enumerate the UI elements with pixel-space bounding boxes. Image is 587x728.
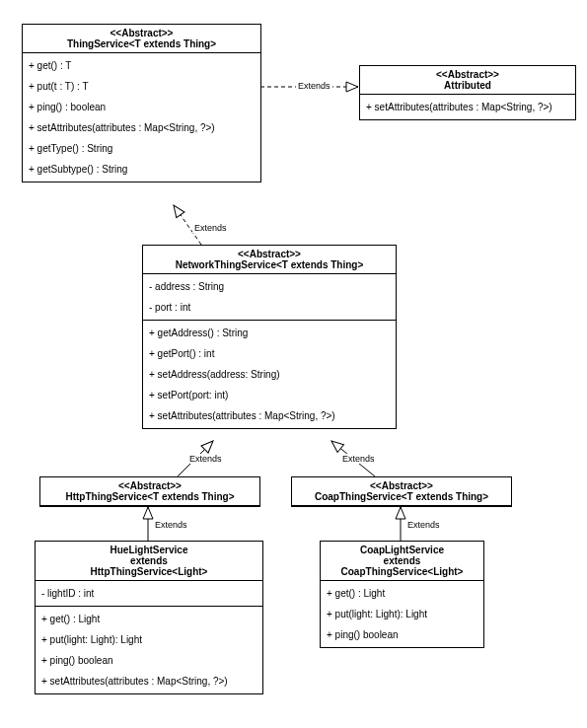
class-hue-light-service: HueLightServiceextendsHttpThingService<L… (35, 541, 263, 694)
stereotype: <<Abstract>> (118, 480, 182, 491)
attribute: - port : int (143, 297, 396, 318)
method: + put(light: Light): Light (321, 604, 483, 624)
super-class: CoapThingService<Light> (341, 566, 464, 577)
method: + setAttributes(attributes : Map<String,… (36, 671, 262, 692)
class-http-thing-service: <<Abstract>>HttpThingService<T extends T… (39, 476, 260, 507)
extends-label: Extends (153, 520, 189, 530)
method: + getAddress() : String (143, 323, 396, 343)
extends-label: Extends (187, 454, 224, 464)
method: + ping() : boolean (23, 97, 260, 117)
class-title: CoapLightService (360, 545, 444, 555)
method: + setAddress(address: String) (143, 364, 396, 385)
method: + get() : Light (321, 583, 483, 604)
stereotype: <<Abstract>> (370, 480, 433, 491)
class-coap-thing-service: <<Abstract>>CoapThingService<T extends T… (291, 476, 512, 507)
class-title: ThingService<T extends Thing> (67, 38, 216, 49)
class-title: CoapThingService<T extends Thing> (315, 491, 488, 502)
class-network-thing-service: <<Abstract>>NetworkThingService<T extend… (142, 245, 397, 429)
method: + put(t : T) : T (23, 76, 260, 97)
method: + setAttributes(attributes : Map<String,… (143, 405, 396, 426)
method: + get() : Light (36, 609, 262, 629)
method: + getPort() : int (143, 343, 396, 364)
method: + setAttributes(attributes : Map<String,… (360, 97, 575, 117)
method: + setPort(port: int) (143, 385, 396, 405)
method: + getType() : String (23, 138, 260, 159)
super-class: HttpThingService<Light> (91, 566, 208, 577)
attribute: - address : String (143, 276, 396, 297)
class-title: Attributed (444, 80, 491, 91)
stereotype: <<Abstract>> (110, 28, 174, 38)
class-title: NetworkThingService<T extends Thing> (176, 259, 364, 270)
class-title: HueLightService (110, 545, 188, 555)
stereotype: <<Abstract>> (436, 69, 499, 80)
attribute: - lightID : int (36, 583, 262, 604)
method: + getSubtype() : String (23, 159, 260, 180)
class-coap-light-service: CoapLightServiceextendsCoapThingService<… (320, 541, 484, 648)
class-attributed: <<Abstract>>Attributed + setAttributes(a… (359, 65, 576, 120)
stereotype: <<Abstract>> (238, 249, 301, 259)
method: + ping() boolean (36, 650, 262, 671)
method: + setAttributes(attributes : Map<String,… (23, 117, 260, 138)
method: + get() : T (23, 55, 260, 76)
extends-label: extends (384, 555, 421, 566)
extends-label: Extends (192, 223, 229, 233)
extends-label: Extends (296, 81, 332, 91)
method: + ping() boolean (321, 624, 483, 645)
extends-label: Extends (405, 520, 442, 530)
class-thing-service: <<Abstract>>ThingService<T extends Thing… (22, 24, 261, 182)
extends-label: extends (130, 555, 168, 566)
class-title: HttpThingService<T extends Thing> (65, 491, 234, 502)
extends-label: Extends (340, 454, 377, 464)
method: + put(light: Light): Light (36, 629, 262, 650)
